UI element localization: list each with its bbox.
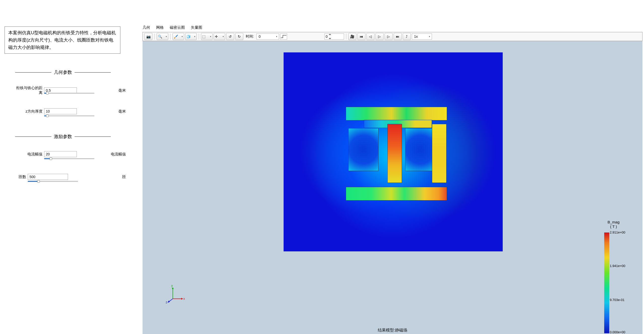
brush-icon: 🖌️	[174, 35, 178, 39]
core-column-center	[388, 124, 402, 183]
armature-top	[346, 107, 447, 120]
param-current-input[interactable]	[44, 151, 77, 157]
axes-tripod: x y z	[165, 284, 185, 304]
param-current-unit: 电流幅值	[111, 152, 126, 157]
param-turns-input[interactable]	[28, 174, 68, 180]
colorbar-tick-max: 2.911e+00	[610, 230, 625, 234]
param-gap-unit: 毫米	[118, 88, 126, 93]
step-back-icon: ◁	[369, 35, 372, 39]
left-panel: 本案例仿真U型电磁机构的衔铁受力特性，分析电磁机构的厚度(z方向尺寸)、电流大小…	[0, 0, 133, 334]
magnifier-icon: 🔍	[158, 35, 162, 39]
camera-icon: 📷	[146, 35, 151, 39]
time-select[interactable]: 0▾	[256, 34, 279, 40]
section-geometry: 几何参数	[15, 69, 111, 75]
skip-first-icon: ⏮	[360, 35, 363, 39]
tab-fluxcloud[interactable]: 磁密云图	[170, 25, 185, 32]
axes-button[interactable]: ✛▾	[214, 33, 225, 40]
step-forward-icon: ▷	[387, 35, 390, 39]
colorbar-tick-2: 1.941e+00	[610, 264, 625, 268]
section-excitation: 激励参数	[15, 133, 111, 140]
yoke-bottom	[346, 187, 447, 200]
tab-geometry[interactable]: 几何	[143, 25, 150, 32]
rotate-right-icon: ↻	[238, 35, 241, 39]
colorbar-tick-1: 9.703e-01	[610, 298, 625, 302]
colorbar-title1: B_mag	[597, 220, 630, 224]
param-gap-slider[interactable]	[44, 91, 94, 95]
tab-vector[interactable]: 矢量图	[191, 25, 202, 32]
record-button[interactable]: 🎥	[348, 33, 356, 40]
param-zthick-slider[interactable]	[44, 114, 94, 117]
play-icon: ▷	[378, 35, 381, 39]
skip-last-icon: ⏭	[396, 35, 399, 39]
select-icon: ⬚	[202, 35, 206, 39]
cube-icon: 🧊	[186, 35, 191, 39]
description-box: 本案例仿真U型电磁机构的衔铁受力特性，分析电磁机构的厚度(z方向尺寸)、电流大小…	[5, 26, 120, 54]
select-button[interactable]: ⬚▾	[201, 33, 213, 40]
skip-first-button[interactable]: ⏮	[357, 33, 365, 40]
tab-mesh[interactable]: 网格	[156, 25, 164, 32]
rotate-left-icon: ↺	[229, 35, 232, 39]
param-turns-label: 匝数	[15, 175, 28, 179]
param-turns-slider[interactable]	[28, 179, 78, 183]
colorbar: B_mag ( T ) 2.911e+00 1.941e+00 9.703e-0…	[597, 220, 630, 333]
colorbar-title2: ( T )	[597, 224, 630, 229]
camera-button[interactable]: 📷	[144, 33, 152, 40]
section-geometry-title: 几何参数	[54, 69, 72, 75]
axis-y-label: y	[171, 284, 173, 287]
camera-record-icon: 🎥	[350, 35, 354, 39]
section-excitation-title: 激励参数	[54, 133, 72, 140]
coil-left	[349, 128, 378, 171]
tab-bar: 几何 网格 磁密云图 矢量图	[143, 25, 202, 32]
colorbar-bar	[604, 232, 609, 333]
param-row-zthick: z方向厚度 毫米	[15, 108, 126, 114]
time-label: 时间:	[246, 34, 254, 39]
param-zthick-label: z方向厚度	[15, 109, 44, 114]
rotate-left-button[interactable]: ↺	[226, 33, 234, 40]
coil-right	[405, 128, 435, 171]
core-column-right	[432, 124, 446, 183]
status-text: 结果模型:静磁场	[143, 328, 642, 333]
param-current-label: 电流幅值	[15, 152, 44, 157]
param-row-turns: 匝数 匝	[15, 174, 126, 180]
param-current-slider[interactable]	[44, 157, 94, 160]
skip-last-button[interactable]: ⏭	[394, 33, 402, 40]
param-turns-unit: 匝	[122, 175, 126, 179]
main-area: 几何 网格 磁密云图 矢量图 📷 🔍▾ 🖌️▾ 🧊▾ ⬚▾ ✛▾ ↺ ↻ 时间:…	[133, 0, 644, 334]
step-shape-button[interactable]	[280, 34, 287, 40]
svg-marker-1	[181, 298, 183, 300]
speed-select[interactable]: 1x▾	[412, 34, 432, 40]
param-zthick-unit: 毫米	[118, 109, 126, 114]
export-icon: ⤴	[406, 35, 408, 39]
axes-icon: ✛	[215, 35, 218, 39]
axis-z-label: z	[166, 300, 167, 304]
step-spinner[interactable]	[329, 34, 332, 39]
rotate-right-button[interactable]: ↻	[235, 33, 243, 40]
axis-x-label: x	[183, 297, 185, 300]
param-row-current: 电流幅值 电流幅值	[15, 151, 126, 157]
svg-marker-3	[172, 287, 174, 289]
viewport[interactable]: x y z B_mag ( T ) 2.911e+00 1.941e+00 9.…	[143, 41, 642, 334]
cube-button[interactable]: 🧊▾	[185, 33, 197, 40]
export-button[interactable]: ⤴	[403, 33, 411, 40]
play-button[interactable]: ▷	[376, 33, 384, 40]
step-forward-button[interactable]: ▷	[385, 33, 393, 40]
zoom-button[interactable]: 🔍▾	[157, 33, 168, 40]
brush-button[interactable]: 🖌️▾	[173, 33, 184, 40]
step-back-button[interactable]: ◁	[366, 33, 375, 40]
toolbar: 📷 🔍▾ 🖌️▾ 🧊▾ ⬚▾ ✛▾ ↺ ↻ 时间: 0▾ 0 🎥 ⏮ ◁ ▷ ▷…	[143, 32, 642, 41]
param-zthick-input[interactable]	[44, 108, 77, 114]
flux-density-plot	[284, 52, 503, 251]
step-value-input[interactable]: 0	[324, 34, 344, 40]
